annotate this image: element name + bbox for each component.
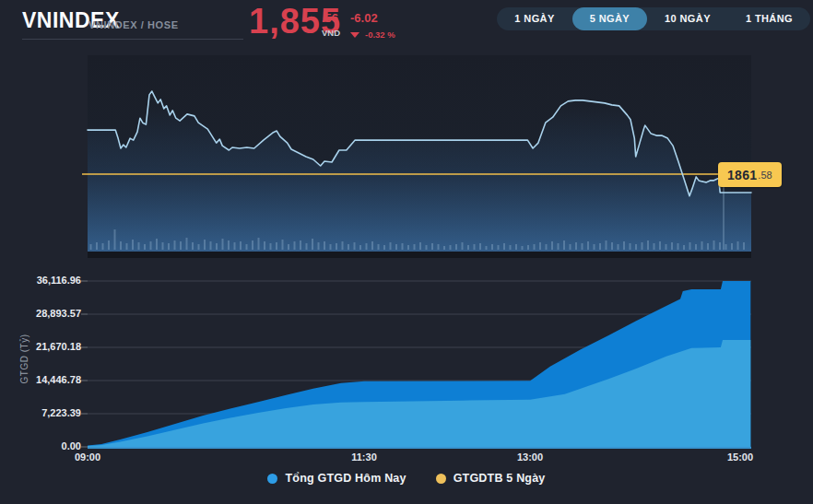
volume-axis-title: GTGD (Tỷ) (19, 304, 29, 415)
xtick-1500: 15:00 (720, 451, 760, 463)
xtick-0900: 09:00 (67, 451, 108, 463)
reference-price-decimal: .58 (758, 170, 772, 181)
xtick-1130: 11:30 (344, 451, 384, 463)
price-change: -6.02 (350, 11, 378, 25)
range-button-group: 1 NGÀY 5 NGÀY 10 NGÀY 1 THÁNG (497, 7, 810, 30)
legend-item-today[interactable]: Tổng GTGD Hôm Nay (267, 472, 406, 485)
volume-ytick-0: 36,116.96 (0, 275, 81, 286)
price-sub-block: .56 VND (322, 11, 340, 38)
price-chart[interactable] (0, 51, 813, 281)
legend-dot-yellow (436, 474, 446, 484)
legend-label-today: Tổng GTGD Hôm Nay (285, 472, 406, 485)
reference-price-main: 1861 (727, 168, 757, 182)
volume-ytick-4: 7,223.39 (0, 407, 81, 418)
range-button-10-ngay[interactable]: 10 NGÀY (647, 7, 728, 30)
volume-ytick-3: 14,446.78 (0, 374, 81, 385)
legend-item-avg5d[interactable]: GTGDTB 5 Ngày (436, 472, 546, 485)
volume-ytick-1: 28,893.57 (0, 308, 81, 319)
legend-label-avg5d: GTGDTB 5 Ngày (454, 472, 546, 485)
range-button-1-thang[interactable]: 1 THÁNG (728, 7, 810, 30)
price-decimal: .56 (322, 11, 338, 25)
volume-chart[interactable] (0, 267, 813, 465)
symbol-subtitle: VNINDEX / HOSE (88, 19, 179, 30)
price-change-block: -6.02 -0.32 % (350, 11, 395, 40)
xtick-1300: 13:00 (510, 451, 550, 463)
price-change-pct: -0.32 % (365, 29, 395, 40)
arrow-down-icon (350, 32, 359, 38)
header-divider (22, 39, 243, 40)
volume-ytick-5: 0.00 (0, 440, 81, 451)
currency-label: VND (322, 28, 340, 38)
volume-ytick-2: 21,670.18 (0, 341, 81, 352)
legend-dot-blue (267, 474, 277, 484)
range-button-1-ngay[interactable]: 1 NGÀY (497, 7, 571, 30)
reference-price-badge: 1861 .58 (718, 162, 782, 187)
chart-legend: Tổng GTGD Hôm Nay GTGDTB 5 Ngày (0, 472, 813, 485)
range-button-5-ngay[interactable]: 5 NGÀY (572, 7, 647, 30)
